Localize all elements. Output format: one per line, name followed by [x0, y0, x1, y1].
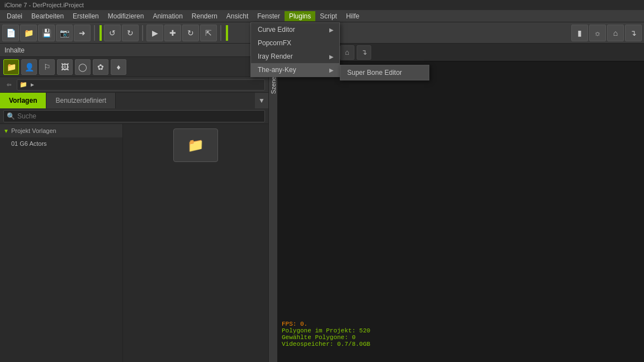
move-button[interactable]: ✚	[164, 25, 181, 41]
panel-title: Inhalte	[4, 46, 25, 54]
menu-ansicht[interactable]: Ansicht	[222, 11, 253, 21]
camera-button[interactable]: ↴	[625, 25, 642, 41]
right-panel: 👁 ▢ ☼ ⌂ ↴ FPS: 0. Polygone im Projekt: 5…	[277, 44, 644, 362]
scene-icon-btn[interactable]: ♦	[111, 59, 126, 75]
back-button[interactable]: ⇦	[3, 79, 15, 90]
prop-icon-btn[interactable]: ◯	[75, 59, 91, 75]
submenu-arrow-iray: ▶	[329, 54, 334, 60]
export-button[interactable]: ➜	[74, 25, 91, 41]
panel-header: Inhalte ✕	[0, 44, 268, 57]
green-bar-2	[226, 25, 228, 41]
tab-dropdown-button[interactable]: ▼	[255, 93, 268, 108]
separator-3	[220, 25, 221, 41]
save-button[interactable]: 💾	[38, 25, 55, 41]
nav-arrow-icon: ►	[30, 82, 35, 88]
motion-icon-btn[interactable]: ⚐	[39, 59, 55, 75]
nav-row: ⇦ 📁 ►	[0, 77, 268, 93]
menu-erstellen[interactable]: Erstellen	[68, 11, 103, 21]
undo-button[interactable]: ↺	[104, 25, 121, 41]
folder-icon: 📁	[20, 81, 27, 88]
submenu-arrow-curve: ▶	[329, 27, 334, 33]
menu-datei[interactable]: Datei	[2, 11, 27, 21]
tree-left: ▼ Projekt Vorlagen 01 G6 Actors	[0, 124, 123, 362]
menu-fenster[interactable]: Fenster	[253, 11, 285, 21]
open-button[interactable]: 📁	[20, 25, 37, 41]
tree-arrow-icon: ▼	[3, 128, 9, 134]
content-tree: ▼ Projekt Vorlagen 01 G6 Actors 📁	[0, 124, 268, 362]
tree-item-g6actors[interactable]: 01 G6 Actors	[0, 137, 122, 150]
tab-vorlagen[interactable]: Vorlagen	[0, 93, 46, 108]
left-panel-wrapper: Inhalte ✕ 📁 👤 ⚐ 🖼 ◯ ✿ ♦ ⇦ 📁 ►	[0, 44, 277, 362]
menu-rendern[interactable]: Rendern	[187, 11, 222, 21]
main-area: Inhalte ✕ 📁 👤 ⚐ 🖼 ◯ ✿ ♦ ⇦ 📁 ►	[0, 44, 644, 362]
search-box: 🔍	[0, 108, 268, 124]
rotate-button[interactable]: ↻	[182, 25, 199, 41]
home-button[interactable]: ⌂	[607, 25, 624, 41]
submenu-arrow-key: ▶	[329, 67, 334, 73]
status-bar: FPS: 0. Polygone im Projekt: 520 Gewählt…	[277, 317, 644, 362]
title-text: iClone 7 - DerProject.iProject	[4, 2, 84, 8]
vp-btn-4[interactable]: ⌂	[340, 45, 354, 60]
menu-plugins[interactable]: Plugins	[285, 11, 315, 21]
menu-script[interactable]: Script	[315, 11, 342, 21]
menu-modifizieren[interactable]: Modifizieren	[103, 11, 149, 21]
status-selected: Gewählte Polygone: 0	[282, 334, 640, 341]
image-icon-btn[interactable]: 🖼	[57, 59, 73, 75]
tab-benutzerdefiniert[interactable]: Benutzerdefiniert	[46, 93, 116, 108]
character-icon-btn[interactable]: 👤	[21, 59, 37, 75]
particle-icon-btn[interactable]: ✿	[93, 59, 108, 75]
menu-bar: Datei Bearbeiten Erstellen Modifizieren …	[0, 10, 644, 22]
status-fps: FPS: 0.	[282, 321, 640, 327]
search-input[interactable]	[3, 110, 265, 122]
vp-btn-5[interactable]: ↴	[357, 45, 371, 60]
icon-bar: 📁 👤 ⚐ 🖼 ◯ ✿ ♦	[0, 57, 268, 77]
separator-2	[142, 25, 143, 41]
status-vram: Videospeicher: 0.7/8.0GB	[282, 341, 640, 347]
submenu-super-bone-editor[interactable]: Super Bone Editor	[340, 65, 429, 80]
green-bar	[100, 25, 102, 41]
separator-1	[94, 25, 95, 41]
left-panel: Inhalte ✕ 📁 👤 ⚐ 🖼 ◯ ✿ ♦ ⇦ 📁 ►	[0, 44, 268, 362]
preview-button[interactable]: 📷	[56, 25, 73, 41]
tree-section-label: Projekt Vorlagen	[11, 127, 56, 134]
nav-path: 📁 ►	[17, 79, 265, 90]
dropdown-the-any-key[interactable]: The-any-Key ▶	[251, 63, 339, 77]
folder-thumbnail: 📁	[173, 128, 218, 162]
menu-animation[interactable]: Animation	[148, 11, 187, 21]
dropdown-iray-render[interactable]: Iray Render ▶	[251, 50, 339, 63]
new-button[interactable]: 📄	[2, 25, 19, 41]
tree-section-projekt[interactable]: ▼ Projekt Vorlagen	[0, 124, 122, 137]
menu-hilfe[interactable]: Hilfe	[342, 11, 364, 21]
tabs-row: Vorlagen Benutzerdefiniert ▼	[0, 93, 268, 108]
select-button[interactable]: ▶	[146, 25, 163, 41]
status-polygons: Polygone im Projekt: 520	[282, 327, 640, 334]
redo-button[interactable]: ↻	[122, 25, 139, 41]
title-bar: iClone 7 - DerProject.iProject	[0, 0, 644, 10]
tree-right: 📁	[123, 124, 268, 362]
dropdown-popcornfx[interactable]: PopcornFX	[251, 36, 339, 50]
viewport-mode[interactable]: ▮	[571, 25, 588, 41]
light-button[interactable]: ☼	[589, 25, 606, 41]
menu-bearbeiten[interactable]: Bearbeiten	[27, 11, 68, 21]
dropdown-curve-editor[interactable]: Curve Editor ▶	[251, 23, 339, 36]
search-wrapper: 🔍	[3, 110, 265, 122]
plugins-dropdown[interactable]: Curve Editor ▶ PopcornFX Iray Render ▶ T…	[250, 22, 340, 77]
folder-icon-btn[interactable]: 📁	[3, 59, 19, 75]
vertical-tabs: Inhalte Szene	[268, 44, 277, 362]
scale-button[interactable]: ⇱	[200, 25, 217, 41]
submenu-the-any-key[interactable]: Super Bone Editor	[340, 65, 429, 80]
viewport-area[interactable]	[277, 61, 644, 317]
